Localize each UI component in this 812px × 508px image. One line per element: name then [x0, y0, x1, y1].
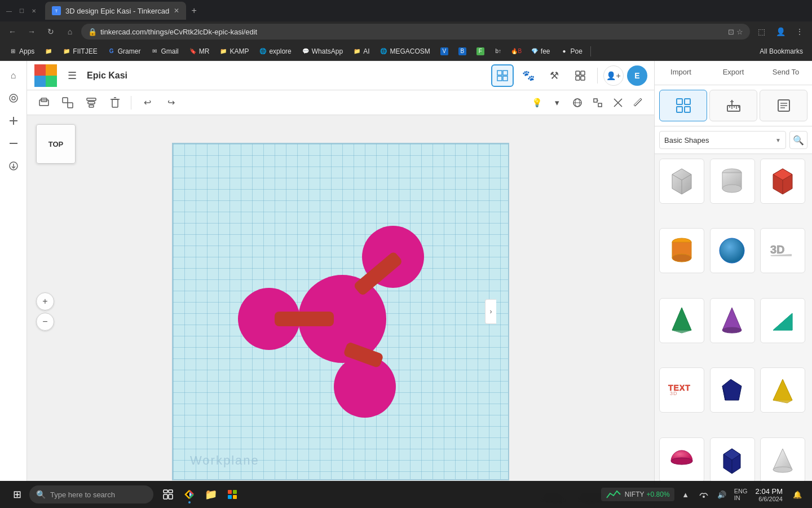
ruler-view-button[interactable] — [709, 90, 757, 121]
shape-cylinder-hole[interactable] — [710, 159, 755, 204]
delete-button[interactable] — [105, 93, 125, 113]
taskbar-task-view[interactable] — [158, 484, 178, 505]
light-bulb-button[interactable]: 💡 — [528, 94, 546, 112]
maximize-button[interactable]: ☐ — [17, 6, 26, 15]
add-user-button[interactable]: 👤+ — [603, 65, 624, 86]
shape-yellow-pyramid[interactable] — [760, 367, 805, 413]
download-circle-icon[interactable] — [3, 156, 24, 176]
bookmark-folder[interactable]: 📁 — [40, 46, 57, 57]
show-desktop-icon[interactable]: ▲ — [678, 487, 694, 502]
active-tab[interactable]: T 3D design Epic Kasi - Tinkercad ✕ — [45, 2, 186, 20]
align-button[interactable] — [81, 93, 102, 113]
tools-button[interactable]: ⚒ — [543, 64, 566, 87]
bookmark-gmail[interactable]: ✉ Gmail — [146, 46, 183, 57]
bookmark-f[interactable]: F — [472, 46, 489, 57]
redo-button[interactable]: ↪ — [161, 93, 181, 113]
snap-button[interactable] — [589, 94, 607, 112]
shape-orange-cylinder[interactable] — [659, 228, 704, 273]
target-icon[interactable] — [3, 88, 24, 108]
bookmark-apps[interactable]: ⊞ Apps — [5, 46, 39, 57]
shape-teal-wedge[interactable] — [760, 298, 805, 343]
bookmark-b2[interactable]: 🔥B — [508, 46, 525, 57]
bookmark-bu[interactable]: b↑ — [490, 46, 507, 57]
send-to-button[interactable]: Send To — [760, 61, 812, 85]
volume-icon[interactable]: 🔊 — [714, 487, 730, 502]
grid-toggle-button[interactable] — [568, 94, 586, 112]
all-bookmarks-button[interactable]: All Bookmarks — [755, 46, 807, 57]
bookmark-poe[interactable]: ● Poe — [556, 46, 587, 57]
zoom-out-button[interactable]: − — [36, 313, 54, 331]
shape-purple-cone[interactable] — [710, 298, 755, 343]
bookmark-fee[interactable]: 💎 fee — [526, 46, 555, 57]
bookmark-v[interactable]: V — [436, 46, 453, 57]
start-button[interactable]: ⊞ — [7, 484, 27, 505]
zoom-in-button[interactable]: + — [36, 292, 54, 310]
tab-close-button[interactable]: ✕ — [174, 7, 179, 15]
light-dropdown-button[interactable]: ▾ — [548, 94, 566, 112]
shapes-search-button[interactable]: 🔍 — [789, 131, 807, 149]
taskbar-chrome[interactable] — [179, 484, 200, 505]
shape-half-sphere-pink[interactable] — [659, 437, 704, 483]
grid-view-button[interactable] — [491, 64, 514, 87]
taskbar-store[interactable] — [222, 484, 242, 505]
shape-white-cone[interactable] — [760, 437, 805, 483]
undo-button[interactable]: ↩ — [137, 93, 157, 113]
bookmark-b1[interactable]: B — [454, 46, 471, 57]
shape-navy-box[interactable] — [710, 437, 755, 483]
measure-button[interactable] — [629, 94, 647, 112]
network-icon[interactable] — [696, 487, 712, 502]
bookmark-megacosm[interactable]: 🌐 MEGACOSM — [375, 46, 434, 57]
canvas-area[interactable]: Workplane TOP + − Workplane — [27, 115, 654, 508]
stock-ticker[interactable]: NIFTY +0.80% — [601, 488, 674, 501]
shape-box-hole[interactable] — [659, 159, 704, 204]
taskbar-clock[interactable]: 2:04 PM 6/6/2024 — [752, 486, 786, 503]
user-avatar[interactable]: E — [627, 65, 647, 86]
taskbar-search[interactable]: 🔍 Type here to search — [29, 485, 153, 503]
tinkercad-logo[interactable] — [34, 64, 58, 87]
export-button[interactable]: Export — [707, 61, 760, 85]
new-tab-button[interactable]: + — [186, 3, 202, 19]
cast-icon[interactable]: ⊡ — [728, 28, 734, 36]
mirror-button[interactable] — [609, 94, 627, 112]
gallery-button[interactable]: 🐾 — [517, 64, 540, 87]
back-button[interactable]: ← — [5, 24, 20, 40]
bookmark-fiitjee[interactable]: 📁 FIITJEE — [58, 46, 102, 57]
extensions-button[interactable]: ⬚ — [753, 24, 769, 40]
bookmark-gramer[interactable]: G Gramer — [103, 46, 145, 57]
refresh-button[interactable]: ↻ — [43, 24, 59, 40]
bookmark-explore[interactable]: 🌐 explore — [254, 46, 295, 57]
bookmark-ai[interactable]: 📁 AI — [348, 46, 374, 57]
shape-text-3d-grey[interactable]: 3D — [760, 228, 805, 273]
shapes-category-select[interactable]: Basic Shapes ▼ — [659, 131, 786, 149]
close-button[interactable]: ✕ — [29, 6, 38, 15]
shape-red-box[interactable] — [760, 159, 805, 204]
minus-icon[interactable] — [3, 133, 24, 154]
home-button[interactable]: ⌂ — [62, 24, 78, 40]
shapes-grid-view-button[interactable] — [659, 90, 707, 121]
shape-navy-prism[interactable] — [710, 367, 755, 413]
group-button[interactable] — [34, 93, 54, 113]
bookmark-mr[interactable]: 🔖 MR — [184, 46, 214, 57]
profile-icon[interactable]: 👤 — [773, 24, 788, 40]
notification-icon[interactable]: 🔔 — [789, 487, 805, 502]
view-cube[interactable]: Workplane TOP — [36, 124, 76, 164]
plus-icon[interactable] — [3, 111, 24, 131]
language-label[interactable]: ENGIN — [733, 487, 749, 502]
notes-view-button[interactable] — [760, 90, 807, 121]
forward-button[interactable]: → — [24, 24, 39, 40]
taskbar-file-explorer[interactable]: 📁 — [201, 484, 221, 505]
more-button[interactable]: ⋮ — [792, 24, 807, 40]
bookmark-whatsapp[interactable]: 💬 WhatsApp — [297, 46, 347, 57]
shape-green-pyramid[interactable] — [659, 298, 704, 343]
panel-collapse-button[interactable]: › — [485, 299, 496, 324]
home-icon[interactable]: ⌂ — [3, 65, 24, 86]
hamburger-menu-button[interactable]: ☰ — [63, 67, 81, 85]
star-icon[interactable]: ☆ — [736, 28, 743, 36]
minimize-button[interactable]: — — [5, 6, 14, 15]
address-input-wrapper[interactable]: 🔒 tinkercad.com/things/eCvRtk2lcDk-epic-… — [81, 24, 750, 40]
ungroup-button[interactable] — [58, 93, 78, 113]
shape-blue-sphere[interactable] — [710, 228, 755, 273]
view-cube-box[interactable]: TOP — [36, 124, 76, 164]
import-button[interactable]: Import — [655, 61, 707, 85]
bookmark-kamp[interactable]: 📁 KAMP — [215, 46, 253, 57]
